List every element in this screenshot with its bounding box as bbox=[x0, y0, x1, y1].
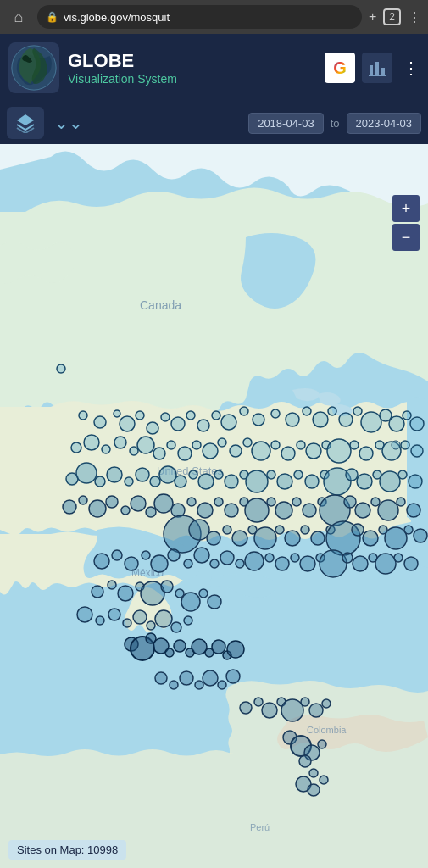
svg-point-74 bbox=[189, 470, 197, 479]
svg-point-93 bbox=[79, 496, 87, 504]
svg-point-146 bbox=[210, 559, 219, 568]
new-tab-button[interactable]: + bbox=[369, 9, 376, 25]
layers-button[interactable] bbox=[7, 107, 44, 139]
svg-point-170 bbox=[199, 589, 208, 598]
svg-point-117 bbox=[397, 498, 405, 506]
svg-point-144 bbox=[184, 559, 192, 568]
svg-point-66 bbox=[76, 463, 97, 483]
svg-point-12 bbox=[79, 411, 87, 420]
tab-count[interactable]: 2 bbox=[383, 8, 401, 25]
svg-rect-2 bbox=[370, 65, 373, 75]
map-container[interactable]: Canada United States México Colombia Per… bbox=[0, 144, 428, 868]
svg-point-27 bbox=[286, 413, 299, 426]
svg-point-19 bbox=[171, 417, 185, 431]
svg-point-16 bbox=[136, 411, 144, 420]
svg-point-21 bbox=[197, 420, 209, 431]
svg-rect-5 bbox=[369, 75, 386, 76]
svg-point-121 bbox=[207, 531, 220, 545]
svg-point-72 bbox=[159, 466, 176, 483]
google-icon: G bbox=[333, 58, 347, 78]
svg-point-73 bbox=[175, 476, 186, 487]
svg-point-172 bbox=[77, 607, 92, 622]
svg-point-196 bbox=[195, 681, 203, 689]
svg-point-155 bbox=[320, 550, 347, 577]
svg-point-211 bbox=[318, 740, 326, 748]
address-bar[interactable]: 🔒 vis.globe.gov/mosquit bbox=[37, 5, 362, 29]
chart-icon bbox=[368, 58, 386, 77]
svg-text:Canada: Canada bbox=[140, 298, 181, 312]
svg-point-127 bbox=[285, 531, 300, 546]
url-text: vis.globe.gov/mosquit bbox=[64, 11, 353, 24]
svg-point-50 bbox=[230, 445, 242, 457]
data-visualization-button[interactable] bbox=[362, 53, 392, 83]
zoom-out-button[interactable]: − bbox=[392, 224, 420, 251]
layers-icon bbox=[15, 113, 36, 133]
svg-point-38 bbox=[71, 442, 81, 453]
svg-point-79 bbox=[246, 470, 268, 492]
svg-point-70 bbox=[136, 468, 149, 481]
svg-point-129 bbox=[311, 531, 325, 545]
svg-point-92 bbox=[63, 500, 76, 514]
svg-point-76 bbox=[214, 470, 223, 479]
svg-point-132 bbox=[352, 524, 364, 536]
svg-point-142 bbox=[151, 555, 168, 572]
svg-point-95 bbox=[106, 496, 118, 508]
svg-point-160 bbox=[394, 554, 403, 562]
svg-point-80 bbox=[267, 470, 275, 479]
svg-point-128 bbox=[301, 526, 309, 534]
svg-point-218 bbox=[392, 441, 400, 449]
browser-actions: + 2 ⋮ bbox=[369, 8, 421, 25]
svg-point-75 bbox=[198, 474, 214, 489]
svg-point-87 bbox=[357, 474, 372, 489]
svg-point-18 bbox=[161, 413, 170, 421]
app-logo bbox=[8, 42, 59, 93]
svg-point-110 bbox=[303, 504, 316, 517]
svg-point-145 bbox=[194, 548, 209, 563]
date-from-badge[interactable]: 2018-04-03 bbox=[248, 113, 324, 134]
svg-point-159 bbox=[375, 554, 396, 574]
home-button[interactable]: ⌂ bbox=[7, 8, 31, 26]
svg-point-149 bbox=[245, 552, 264, 570]
svg-point-24 bbox=[240, 407, 248, 415]
svg-point-179 bbox=[171, 622, 181, 632]
svg-point-91 bbox=[409, 475, 422, 488]
svg-point-103 bbox=[214, 498, 223, 506]
svg-point-54 bbox=[281, 447, 295, 460]
google-button[interactable]: G bbox=[325, 53, 355, 83]
svg-point-202 bbox=[262, 703, 277, 718]
svg-point-104 bbox=[225, 504, 238, 517]
svg-point-167 bbox=[161, 581, 173, 593]
svg-point-83 bbox=[305, 475, 319, 488]
svg-point-44 bbox=[153, 448, 165, 459]
zoom-in-button[interactable]: + bbox=[392, 195, 420, 222]
svg-point-67 bbox=[95, 476, 105, 487]
svg-point-151 bbox=[275, 557, 289, 570]
svg-point-96 bbox=[121, 506, 130, 515]
svg-point-122 bbox=[223, 526, 231, 534]
svg-point-58 bbox=[327, 439, 351, 463]
expand-button[interactable]: ⌄⌄ bbox=[51, 109, 86, 136]
svg-point-139 bbox=[112, 550, 122, 560]
svg-point-140 bbox=[125, 557, 138, 570]
svg-point-17 bbox=[147, 422, 158, 434]
svg-point-213 bbox=[309, 769, 318, 777]
svg-point-45 bbox=[167, 441, 175, 449]
menu-button[interactable]: ⋮ bbox=[408, 9, 421, 25]
svg-point-46 bbox=[178, 447, 192, 460]
svg-point-109 bbox=[292, 498, 301, 506]
svg-point-123 bbox=[232, 531, 247, 546]
svg-point-36 bbox=[403, 411, 411, 420]
app-subtitle: Visualization System bbox=[68, 72, 325, 86]
svg-point-178 bbox=[155, 610, 172, 627]
svg-point-49 bbox=[218, 438, 226, 447]
svg-point-185 bbox=[165, 648, 174, 657]
svg-point-190 bbox=[212, 640, 225, 654]
svg-point-71 bbox=[150, 476, 160, 487]
date-to-badge[interactable]: 2023-04-03 bbox=[347, 113, 422, 134]
overflow-menu-button[interactable]: ⋮ bbox=[403, 58, 420, 78]
svg-point-15 bbox=[120, 416, 135, 431]
svg-point-114 bbox=[355, 503, 370, 518]
svg-point-162 bbox=[92, 586, 103, 598]
svg-point-35 bbox=[389, 416, 404, 431]
svg-point-86 bbox=[346, 469, 358, 481]
